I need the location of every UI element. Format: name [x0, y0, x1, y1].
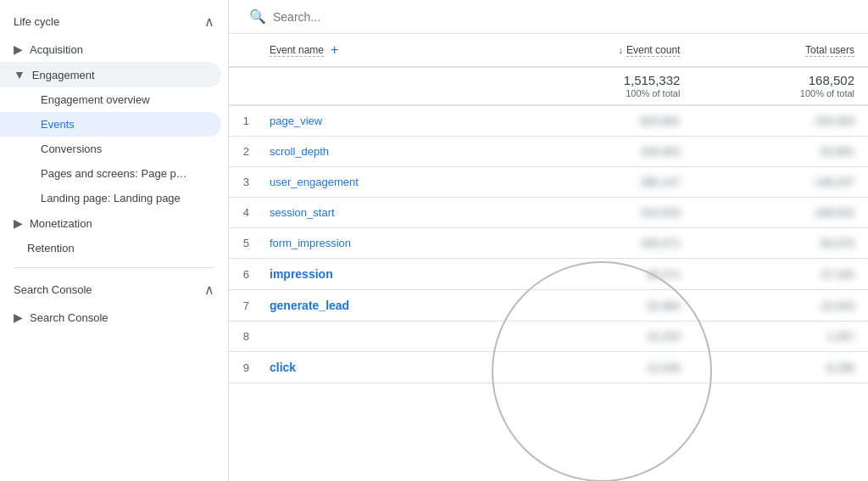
event-count-pct: 100% of total	[626, 88, 680, 98]
sidebar-item-landing-page[interactable]: Landing page: Landing page	[0, 186, 221, 210]
row-number: 7	[229, 290, 256, 322]
total-users-cell: 148,237	[693, 167, 868, 198]
table-row: 815,2031,287	[229, 322, 868, 352]
total-users-cell: 154,203	[693, 105, 868, 137]
sidebar-item-events[interactable]: Events	[0, 112, 221, 137]
event-name-link[interactable]: page_view	[270, 115, 322, 127]
sidebar-item-label: Pages and screens: Page p…	[41, 167, 187, 180]
row-number: 4	[229, 198, 256, 228]
event-count-cell: 48,271	[504, 259, 693, 290]
table-row: 9click12,0498,196	[229, 352, 868, 383]
sidebar-item-label: Search Console	[30, 311, 108, 324]
event-count-cell: 12,049	[504, 352, 693, 383]
event-count-total: 1,515,332	[517, 73, 680, 87]
row-number: 9	[229, 352, 256, 383]
event-name-cell: user_engagement	[256, 167, 504, 198]
total-users-cell: 1,287	[693, 322, 868, 352]
table-row: 3user_engagement280,147148,237	[229, 167, 868, 198]
sidebar-divider	[14, 267, 214, 268]
search-console-chevron-icon: ∧	[204, 282, 214, 298]
sort-desc-icon: ↓	[619, 45, 624, 55]
events-table-container: Event name + ↓ Event count Total users	[229, 34, 868, 481]
sidebar-item-engagement-overview[interactable]: Engagement overview	[0, 87, 221, 112]
row-number: 3	[229, 167, 256, 198]
sidebar-item-pages-screens[interactable]: Pages and screens: Page p…	[0, 161, 221, 186]
event-count-cell: 100,371	[504, 228, 693, 259]
sidebar-item-monetization[interactable]: ▶ Monetization	[0, 210, 221, 236]
lifecycle-section-label: Life cycle	[14, 15, 59, 28]
row-number: 5	[229, 228, 256, 259]
sidebar-item-label: Conversions	[41, 143, 102, 155]
sidebar-item-conversions[interactable]: Conversions	[0, 137, 221, 161]
event-name-cell: session_start	[256, 198, 504, 228]
total-users-cell: 22,043	[693, 290, 868, 322]
row-number: 6	[229, 259, 256, 290]
table-row: 2scroll_depth319,40252,891	[229, 137, 868, 167]
total-users-cell: 8,196	[693, 352, 868, 383]
col-header-total-users: Total users	[693, 34, 868, 67]
search-console-section-header[interactable]: Search Console ∧	[0, 275, 228, 305]
col-header-event-name: Event name +	[256, 34, 504, 67]
sidebar-item-label: Landing page: Landing page	[41, 192, 181, 204]
col-header-event-count: ↓ Event count	[504, 34, 693, 67]
sidebar-item-label: Engagement	[32, 69, 95, 81]
search-input[interactable]	[273, 10, 848, 24]
total-users-total: 168,502	[707, 73, 854, 87]
event-count-cell: 319,402	[504, 137, 693, 167]
total-users-cell: 37,105	[693, 259, 868, 290]
event-name-link[interactable]: form_impression	[270, 237, 351, 249]
search-icon: 🔍	[249, 8, 266, 25]
event-name-cell	[256, 322, 504, 352]
table-row: 7generate_lead32,98422,043	[229, 290, 868, 322]
event-count-cell: 210,503	[504, 198, 693, 228]
table-row: 6impression48,27137,105	[229, 259, 868, 290]
search-bar: 🔍	[229, 0, 868, 34]
add-column-icon[interactable]: +	[331, 42, 338, 58]
table-row: 5form_impression100,37182,075	[229, 228, 868, 259]
row-number: 8	[229, 322, 256, 352]
event-name-cell: click	[256, 352, 504, 383]
event-name-link[interactable]: user_engagement	[270, 176, 359, 188]
table-row: 1page_view623,891154,203	[229, 105, 868, 137]
event-name-label: Event name	[270, 44, 324, 57]
sidebar-item-label: Retention	[27, 242, 75, 254]
event-name-link[interactable]: impression	[270, 267, 333, 281]
total-users-cell: 52,891	[693, 137, 868, 167]
event-count-cell: 15,203	[504, 322, 693, 352]
event-name-link[interactable]: click	[270, 361, 296, 374]
event-name-link[interactable]: scroll_depth	[270, 145, 329, 158]
total-users-pct: 100% of total	[800, 88, 854, 98]
total-users-cell: 82,075	[693, 228, 868, 259]
event-name-cell: scroll_depth	[256, 137, 504, 167]
table-row: 4session_start210,503168,502	[229, 198, 868, 228]
event-name-link[interactable]: generate_lead	[270, 299, 349, 312]
event-name-cell: generate_lead	[256, 290, 504, 322]
search-console-section-label: Search Console	[14, 283, 92, 296]
event-count-cell: 32,984	[504, 290, 693, 322]
sidebar-item-label: Acquisition	[30, 43, 83, 56]
expand-icon: ▼	[14, 68, 25, 81]
main-content: 🔍 Event name + ↓ Event c	[229, 0, 868, 481]
sidebar-item-label: Events	[41, 118, 75, 131]
lifecycle-chevron-icon: ∧	[204, 14, 214, 30]
sidebar-item-search-console[interactable]: ▶ Search Console	[0, 305, 221, 330]
expand-icon: ▶	[14, 310, 23, 324]
event-name-cell: page_view	[256, 105, 504, 137]
total-users-cell: 168,502	[693, 198, 868, 228]
event-count-label: Event count	[626, 44, 680, 57]
lifecycle-section-header[interactable]: Life cycle ∧	[0, 7, 228, 36]
sidebar-item-engagement[interactable]: ▼ Engagement	[0, 62, 221, 87]
event-name-cell: form_impression	[256, 228, 504, 259]
row-number: 2	[229, 137, 256, 167]
sidebar-item-acquisition[interactable]: ▶ Acquisition	[0, 36, 221, 62]
sidebar: Life cycle ∧ ▶ Acquisition ▼ Engagement …	[0, 0, 229, 481]
sidebar-item-retention[interactable]: Retention	[0, 236, 221, 260]
event-name-link[interactable]: session_start	[270, 206, 335, 219]
expand-icon: ▶	[14, 42, 23, 56]
event-name-cell: impression	[256, 259, 504, 290]
sidebar-item-label: Engagement overview	[41, 93, 150, 106]
expand-icon: ▶	[14, 216, 23, 230]
sidebar-item-label: Monetization	[30, 217, 92, 230]
event-count-cell: 280,147	[504, 167, 693, 198]
event-count-cell: 623,891	[504, 105, 693, 137]
